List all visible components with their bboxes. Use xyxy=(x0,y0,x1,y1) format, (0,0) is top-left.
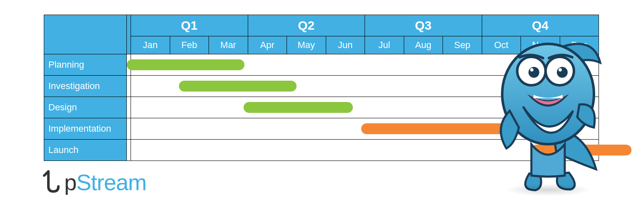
month-header: Jan xyxy=(131,36,170,54)
task-label: Launch xyxy=(44,140,127,161)
svg-point-5 xyxy=(530,68,533,71)
month-header: May xyxy=(287,36,326,54)
quarter-header: Q3 xyxy=(365,15,482,36)
logo-text-stream: Stream xyxy=(76,170,146,195)
svg-point-3 xyxy=(528,67,539,78)
quarter-header: Q1 xyxy=(131,15,248,36)
month-header: Jun xyxy=(326,36,365,54)
month-header: Aug xyxy=(404,36,443,54)
svg-point-6 xyxy=(558,68,562,71)
gantt-bar-design xyxy=(244,102,353,113)
month-header: Jul xyxy=(365,36,404,54)
month-header: Mar xyxy=(209,36,248,54)
task-label: Investigation xyxy=(44,76,127,97)
task-label: Implementation xyxy=(44,118,127,140)
gantt-bar-planning xyxy=(127,59,244,70)
header-gap xyxy=(127,15,131,54)
month-header: Feb xyxy=(170,36,209,54)
logo-text-up: p xyxy=(64,170,76,195)
svg-point-4 xyxy=(557,67,568,78)
header-corner xyxy=(44,15,127,54)
fish-mascot-icon xyxy=(490,23,606,199)
up-arrow-icon xyxy=(42,170,66,199)
month-header: Apr xyxy=(248,36,287,54)
upstream-logo: pStream xyxy=(42,169,146,199)
month-header: Sep xyxy=(443,36,482,54)
gantt-bar-investigation xyxy=(179,81,297,92)
task-label: Planning xyxy=(44,54,127,76)
task-label: Design xyxy=(44,97,127,118)
quarter-header: Q2 xyxy=(248,15,365,36)
